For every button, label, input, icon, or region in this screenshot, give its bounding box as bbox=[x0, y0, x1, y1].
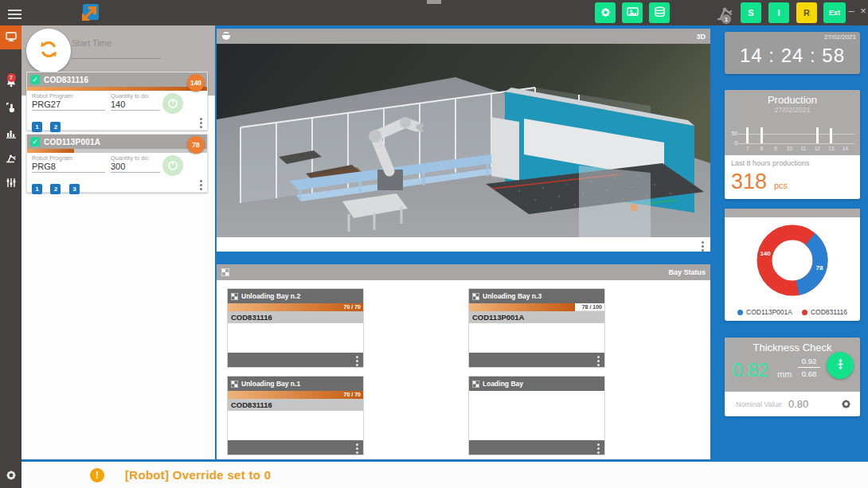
nav-item-dashboard[interactable] bbox=[0, 25, 22, 49]
mode-button-s[interactable]: S bbox=[741, 2, 761, 23]
bay-status-panel: Bay Status Unloading Bay n.2 70 / 70 COD… bbox=[217, 264, 710, 459]
start-time-label: Start Time bbox=[72, 38, 161, 48]
production-total: 318 bbox=[731, 170, 767, 194]
nav-item-statistics[interactable] bbox=[0, 123, 22, 146]
bay-part-code: COD113P001A bbox=[469, 311, 604, 323]
thickness-title: Thickness Check bbox=[725, 338, 860, 353]
nav-item-manual-control[interactable] bbox=[0, 97, 22, 121]
nav-item-settings[interactable] bbox=[0, 465, 22, 488]
thickness-settings-button[interactable] bbox=[840, 398, 852, 413]
nav-item-parameters[interactable] bbox=[0, 172, 22, 196]
robot-program-input[interactable]: PRG27 bbox=[32, 100, 105, 111]
start-time-input[interactable] bbox=[72, 48, 161, 59]
robot-program-field[interactable]: Robot Program: PRG27 bbox=[32, 92, 105, 111]
bay-card-header[interactable]: Unloading Bay n.1 bbox=[228, 377, 363, 391]
checker-icon bbox=[472, 381, 479, 388]
quantity-field[interactable]: Quantity to do: 140 bbox=[111, 92, 160, 111]
production-panel: Production 27/02/2021 0507891011121314 L… bbox=[725, 90, 860, 199]
start-program-button[interactable] bbox=[162, 155, 183, 176]
bay-part-code: COD831116 bbox=[228, 311, 363, 323]
robot-program-label: Robot Program: bbox=[32, 154, 105, 162]
bay-name: Unloading Bay n.2 bbox=[241, 292, 300, 300]
pallet-chip[interactable]: 2 bbox=[50, 184, 61, 194]
window-drag-notch[interactable] bbox=[427, 0, 441, 4]
nominal-value: 0.80 bbox=[788, 398, 808, 410]
settings-button[interactable] bbox=[595, 2, 616, 23]
bay-name: Loading Bay bbox=[483, 380, 523, 388]
programs-button[interactable] bbox=[649, 2, 670, 23]
parts-donut-panel: 78140 COD113P001A COD831116 bbox=[725, 209, 860, 321]
hamburger-menu-button[interactable] bbox=[8, 7, 22, 21]
job-card-header[interactable]: ✓ COD831116 140 bbox=[27, 72, 207, 87]
bay-card-header[interactable]: Unloading Bay n.2 bbox=[228, 289, 363, 303]
mode-button-r[interactable]: R bbox=[796, 2, 817, 23]
jobs-panel: Start Time ✓ COD831116 140 Robot Program… bbox=[22, 25, 215, 459]
quantity-field[interactable]: Quantity to do: 300 bbox=[111, 154, 160, 173]
bay-card: Unloading Bay n.3 78 / 100 COD113P001A bbox=[468, 288, 605, 368]
pallet-chip[interactable]: 1 bbox=[32, 122, 42, 132]
quantity-input[interactable]: 300 bbox=[111, 162, 160, 173]
bay-name: Unloading Bay n.1 bbox=[241, 380, 300, 388]
bell-icon: 7 bbox=[6, 76, 17, 91]
svg-text:140: 140 bbox=[760, 250, 771, 257]
pallet-chip[interactable]: 1 bbox=[32, 184, 42, 194]
bay-card: Unloading Bay n.1 70 / 70 COD831116 bbox=[227, 376, 364, 455]
bay-menu-button[interactable] bbox=[356, 354, 358, 368]
quantity-input[interactable]: 140 bbox=[111, 100, 160, 111]
quantity-label: Quantity to do: bbox=[111, 154, 160, 162]
start-program-button[interactable] bbox=[162, 93, 183, 114]
job-check-icon: ✓ bbox=[30, 75, 40, 84]
production-title: Production bbox=[725, 90, 860, 106]
bay-card-footer bbox=[469, 440, 604, 455]
donut-legend: COD113P001A COD831116 bbox=[725, 308, 860, 316]
legend-label: COD831116 bbox=[811, 308, 847, 316]
layers-icon bbox=[654, 6, 666, 19]
bay-name: Unloading Bay n.3 bbox=[483, 292, 542, 300]
bay-menu-button[interactable] bbox=[597, 354, 600, 368]
pallet-chip[interactable]: 3 bbox=[69, 184, 80, 194]
bay-menu-button[interactable] bbox=[356, 442, 358, 455]
nav-item-robot[interactable] bbox=[0, 147, 22, 171]
viewport-3d-label: 3D bbox=[696, 33, 706, 41]
close-button[interactable]: × bbox=[857, 5, 868, 17]
svg-text:78: 78 bbox=[815, 264, 823, 271]
job-card-header[interactable]: ✓ COD113P001A 78 bbox=[27, 135, 207, 149]
nav-item-alarms[interactable]: 7 bbox=[0, 72, 22, 96]
title-bar: 1 S I R Ext – × bbox=[0, 0, 868, 25]
bay-progress: 70 / 70 bbox=[228, 303, 363, 311]
viewport-menu-button[interactable] bbox=[702, 240, 704, 253]
production-unit: pcs bbox=[774, 181, 788, 190]
status-message: [Robot] Override set to 0 bbox=[125, 468, 271, 482]
mode-button-ext[interactable]: Ext bbox=[823, 2, 846, 23]
bay-menu-button[interactable] bbox=[597, 442, 600, 455]
robot-status-indicator[interactable]: 1 bbox=[715, 3, 737, 24]
measure-button[interactable] bbox=[827, 352, 854, 379]
job-menu-button[interactable] bbox=[200, 178, 202, 192]
globe-icon bbox=[221, 29, 231, 44]
robot-program-field[interactable]: Robot Program: PRG8 bbox=[32, 154, 105, 173]
quantity-label: Quantity to do: bbox=[111, 92, 160, 100]
3d-scene[interactable] bbox=[217, 44, 710, 237]
minimize-button[interactable]: – bbox=[845, 5, 858, 17]
bay-card-header[interactable]: Unloading Bay n.3 bbox=[469, 289, 604, 303]
clock-panel: 27/02/2021 14 : 24 : 58 bbox=[725, 32, 860, 74]
job-code: COD831116 bbox=[44, 76, 88, 84]
bay-card-header[interactable]: Loading Bay bbox=[469, 377, 604, 391]
robot-program-label: Robot Program: bbox=[32, 92, 105, 100]
cycle-refresh-button[interactable] bbox=[26, 29, 71, 73]
bay-status-title: Bay Status bbox=[668, 268, 706, 276]
start-time-field[interactable]: Start Time bbox=[72, 38, 161, 59]
job-card: ✓ COD831116 140 Robot Program: PRG27 Qua… bbox=[26, 72, 208, 131]
bay-progress-text: 78 / 100 bbox=[582, 304, 602, 310]
nominal-value-label: Nominal Value bbox=[736, 400, 782, 408]
job-card: ✓ COD113P001A 78 Robot Program: PRG8 Qua… bbox=[26, 134, 208, 193]
mode-button-i[interactable]: I bbox=[768, 2, 789, 23]
legend-label: COD113P001A bbox=[746, 308, 792, 316]
robot-program-input[interactable]: PRG8 bbox=[32, 162, 105, 173]
job-menu-button[interactable] bbox=[200, 116, 202, 130]
bay-progress-fill bbox=[228, 391, 363, 399]
thickness-panel: Thickness Check 0.82 mm 0.92 0.68 Nomina… bbox=[725, 338, 860, 416]
display-button[interactable] bbox=[622, 2, 643, 23]
legend-dot-blue bbox=[737, 310, 743, 315]
pallet-chip[interactable]: 2 bbox=[50, 122, 61, 132]
